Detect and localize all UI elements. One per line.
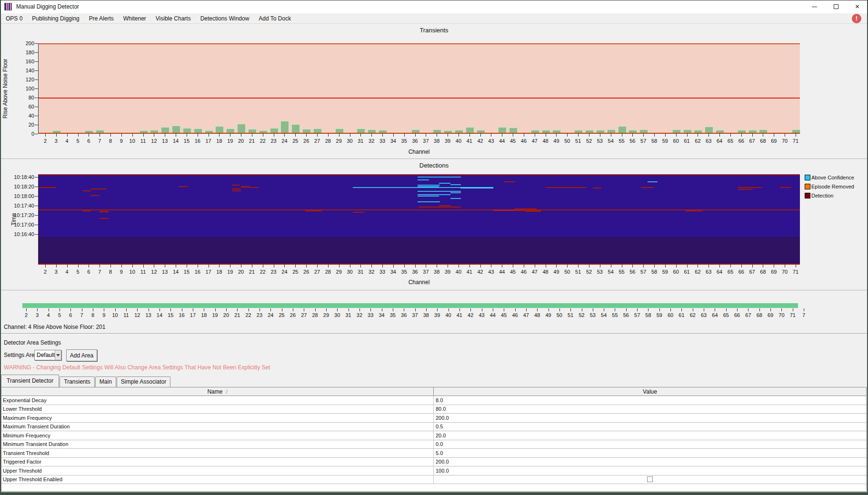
x-tick-mark bbox=[600, 265, 600, 267]
settings-table-body: Exponential Decay8.0Lower Threshold80.0M… bbox=[1, 396, 866, 484]
row-value-cell[interactable] bbox=[434, 475, 866, 484]
y-tick-label: 60 bbox=[18, 104, 34, 109]
tab-transient-detector[interactable]: Transient Detector bbox=[1, 375, 59, 387]
menu-item[interactable]: Detections Window bbox=[196, 13, 254, 24]
transient-bar bbox=[140, 130, 148, 133]
maximize-button[interactable] bbox=[825, 0, 847, 13]
detection-mark bbox=[738, 187, 762, 188]
strip-tick-mark bbox=[781, 308, 782, 311]
row-value-cell[interactable]: 5.0 bbox=[434, 449, 866, 457]
x-tick-mark bbox=[654, 265, 655, 267]
x-tick-mark bbox=[578, 134, 579, 137]
menu-item[interactable]: Pre Alerts bbox=[84, 13, 119, 24]
row-value-cell[interactable]: 0.0 bbox=[434, 440, 866, 449]
table-row[interactable]: Upper Threshold100.0 bbox=[1, 466, 866, 475]
strip-tick-label: 54 bbox=[598, 312, 610, 318]
strip-tick-mark bbox=[681, 308, 682, 311]
column-header-value[interactable]: Value bbox=[434, 387, 866, 396]
transients-plot[interactable] bbox=[38, 43, 800, 134]
row-value-cell[interactable]: 100.0 bbox=[434, 466, 866, 475]
row-value-cell[interactable]: 0.5 bbox=[434, 423, 866, 431]
transient-bar bbox=[259, 130, 268, 133]
table-row[interactable]: Lower Threshold80.0 bbox=[1, 405, 866, 414]
detection-mark bbox=[593, 188, 601, 188]
strip-tick-mark bbox=[270, 308, 271, 311]
menu-items: OPS 0Publishing DiggingPre AlertsWhitene… bbox=[0, 13, 868, 23]
detection-mark bbox=[39, 187, 56, 188]
strip-tick-mark bbox=[637, 308, 638, 311]
row-value-cell[interactable]: 200.0 bbox=[434, 414, 866, 422]
menu-item[interactable]: Visible Charts bbox=[151, 13, 196, 24]
strip-tick-mark bbox=[504, 308, 504, 311]
strip-tick-label: 50 bbox=[553, 312, 566, 318]
menu-item[interactable]: Add To Dock bbox=[254, 13, 296, 24]
table-row[interactable]: Exponential Decay8.0 bbox=[1, 396, 866, 405]
x-tick-mark bbox=[143, 265, 144, 267]
x-tick-mark bbox=[219, 265, 219, 267]
legend-swatch bbox=[805, 193, 810, 198]
menu-item[interactable]: Publishing Digging bbox=[27, 13, 84, 24]
coverage-bar[interactable] bbox=[22, 303, 798, 308]
x-tick-mark bbox=[306, 265, 307, 267]
tab-transients[interactable]: Transients bbox=[60, 376, 95, 387]
menu-item[interactable]: OPS 0 bbox=[1, 13, 27, 24]
x-tick-mark bbox=[632, 265, 633, 267]
menu-item[interactable]: Whitener bbox=[119, 13, 151, 24]
row-value-cell[interactable]: 20.0 bbox=[434, 431, 866, 440]
table-row[interactable]: Maximum Frequency200.0 bbox=[1, 414, 866, 423]
strip-tick-mark bbox=[293, 308, 293, 311]
table-row[interactable]: Triggered Factor200.0 bbox=[1, 458, 866, 467]
strip-tick-label: 4 bbox=[42, 312, 55, 318]
table-row[interactable]: Minimum Frequency20.0 bbox=[1, 431, 866, 440]
detections-chart-title: Detections bbox=[0, 162, 868, 169]
transient-bar bbox=[150, 130, 159, 133]
alert-icon[interactable]: ! bbox=[852, 14, 861, 23]
x-tick-mark bbox=[78, 134, 79, 137]
detection-mark bbox=[419, 207, 461, 208]
tab-main[interactable]: Main bbox=[95, 376, 116, 387]
row-value-cell[interactable]: 8.0 bbox=[434, 396, 866, 405]
table-row[interactable]: Transient Threshold5.0 bbox=[1, 449, 866, 458]
settings-table-header: Name / Value bbox=[1, 387, 866, 396]
title-bar: Manual Digging Detector ✕ bbox=[0, 0, 868, 13]
upper-threshold-enabled-checkbox[interactable] bbox=[647, 476, 653, 482]
close-button[interactable]: ✕ bbox=[847, 0, 868, 13]
chevron-down-icon[interactable] bbox=[55, 350, 61, 360]
transient-bar bbox=[455, 130, 463, 133]
strip-tick-label: 53 bbox=[587, 312, 599, 318]
strip-tick-label: 63 bbox=[698, 312, 710, 318]
minimize-button[interactable] bbox=[804, 0, 825, 13]
table-row[interactable]: Maximum Transient Duration0.5 bbox=[1, 423, 866, 432]
x-tick-mark bbox=[382, 265, 383, 267]
x-tick-mark bbox=[698, 134, 698, 137]
table-row[interactable]: Upper Threshold Enabled bbox=[1, 475, 866, 485]
legend-label: Episode Removed bbox=[811, 184, 854, 189]
tab-simple-associator[interactable]: Simple Associator bbox=[117, 376, 170, 387]
x-tick-mark bbox=[687, 265, 688, 267]
time-tick-label: 10:18:40 bbox=[6, 174, 34, 180]
table-row[interactable]: Minimum Transient Duration0.0 bbox=[1, 440, 866, 449]
strip-tick-label: 64 bbox=[708, 312, 721, 318]
x-tick-mark bbox=[295, 265, 296, 267]
row-value-cell[interactable]: 80.0 bbox=[434, 405, 866, 414]
strip-tick-label: 20 bbox=[220, 312, 232, 318]
transients-panel: Transients Rise Above Noise Floor 020406… bbox=[0, 24, 868, 159]
x-tick-mark bbox=[67, 134, 68, 137]
x-tick-mark bbox=[774, 134, 774, 137]
x-tick-mark bbox=[350, 265, 350, 267]
x-tick-mark bbox=[110, 134, 111, 137]
x-tick-mark bbox=[89, 265, 89, 267]
x-tick-mark bbox=[78, 265, 79, 267]
strip-tick-mark bbox=[748, 308, 748, 311]
transient-bar bbox=[683, 129, 692, 133]
settings-area-dropdown[interactable]: Default bbox=[34, 350, 61, 360]
x-tick-mark bbox=[513, 265, 513, 267]
detections-plot[interactable] bbox=[38, 174, 800, 265]
x-tick-mark bbox=[45, 134, 46, 137]
x-tick-mark bbox=[632, 134, 633, 137]
column-header-name[interactable]: Name / bbox=[1, 387, 434, 396]
add-area-button[interactable]: Add Area bbox=[66, 349, 97, 361]
row-value-cell[interactable]: 200.0 bbox=[434, 458, 866, 466]
detection-mark bbox=[232, 188, 241, 189]
app-window: Manual Digging Detector ✕ OPS 0Publishin… bbox=[0, 0, 868, 495]
